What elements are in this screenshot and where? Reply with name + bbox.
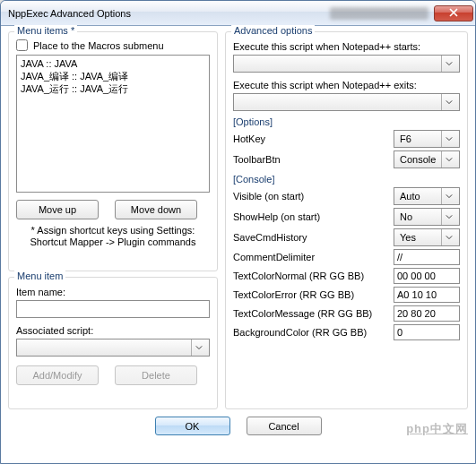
toolbar-combo[interactable]: Console [394, 150, 460, 168]
chevron-down-icon [441, 151, 455, 168]
list-item[interactable]: JAVA_编译 :: JAVA_编译 [21, 70, 205, 82]
shortcut-hint: * Assign shortcut keys using Settings: S… [16, 225, 210, 248]
titlebar-blur [330, 7, 428, 20]
chevron-down-icon [441, 131, 455, 147]
menu-item-group-title: Menu item [14, 271, 65, 281]
item-buttons-row: Add/Modify Delete [16, 365, 210, 385]
menu-item-group: Menu item Item name: Associated script: … [8, 277, 218, 409]
menu-items-group-title: Menu items * [14, 25, 77, 36]
backgroundcolor-input[interactable]: 0 [394, 324, 460, 340]
titlebar: NppExec Advanced Options [1, 1, 475, 26]
list-item[interactable]: JAVA_运行 :: JAVA_运行 [21, 82, 205, 95]
left-column: Menu items * Place to the Macros submenu… [8, 31, 218, 409]
starts-label: Execute this script when Notepad++ start… [233, 41, 460, 52]
hotkey-label: HotKey [233, 133, 394, 144]
advanced-options-group: Advanced options Execute this script whe… [225, 31, 468, 409]
visible-label: Visible (on start) [233, 191, 394, 202]
visible-combo[interactable]: Auto [394, 187, 460, 205]
item-name-input[interactable] [16, 300, 210, 318]
window-title: NppExec Advanced Options [8, 8, 330, 19]
options-section: [Options] [233, 116, 460, 127]
showhelp-combo[interactable]: No [394, 208, 460, 226]
list-item[interactable]: JAVA :: JAVA [21, 57, 205, 70]
chevron-down-icon [191, 339, 205, 356]
exits-label: Execute this script when Notepad++ exits… [233, 80, 460, 90]
chevron-down-icon [441, 209, 455, 225]
chevron-down-icon [441, 229, 455, 245]
associated-script-label: Associated script: [16, 325, 210, 336]
associated-script-combo[interactable] [16, 339, 210, 357]
showhelp-label: ShowHelp (on start) [233, 211, 394, 222]
footer: OK Cancel php中文网 [1, 411, 475, 441]
savecmd-label: SaveCmdHistory [233, 232, 394, 243]
delete-button[interactable]: Delete [115, 365, 197, 385]
toolbar-label: ToolbarBtn [233, 154, 394, 165]
textcolormessage-input[interactable]: 20 80 20 [394, 305, 460, 322]
commentdelim-input[interactable]: // [394, 249, 460, 265]
place-macros-label: Place to the Macros submenu [33, 40, 164, 51]
right-column: Advanced options Execute this script whe… [225, 31, 468, 409]
watermark: php中文网 [406, 421, 468, 437]
backgroundcolor-label: BackgroundColor (RR GG BB) [233, 327, 394, 338]
move-buttons-row: Move up Move down [16, 200, 210, 219]
menu-items-listbox[interactable]: JAVA :: JAVA JAVA_编译 :: JAVA_编译 JAVA_运行 … [16, 55, 210, 193]
move-up-button[interactable]: Move up [16, 200, 99, 219]
cancel-button[interactable]: Cancel [247, 417, 322, 435]
chevron-down-icon [441, 94, 455, 110]
advanced-options-group-title: Advanced options [231, 25, 315, 36]
menu-items-group: Menu items * Place to the Macros submenu… [8, 31, 218, 271]
exits-combo[interactable] [233, 93, 460, 111]
hotkey-combo[interactable]: F6 [394, 130, 460, 148]
dialog-window: NppExec Advanced Options Menu items * Pl… [0, 0, 476, 464]
textcolorerror-label: TextColorError (RR GG BB) [233, 289, 394, 300]
textcolormessage-label: TextColorMessage (RR GG BB) [233, 308, 394, 319]
place-macros-checkbox[interactable]: Place to the Macros submenu [16, 39, 210, 51]
place-macros-input[interactable] [16, 39, 28, 51]
content-area: Menu items * Place to the Macros submenu… [1, 26, 475, 411]
item-name-label: Item name: [16, 287, 210, 297]
chevron-down-icon [441, 188, 455, 204]
close-button[interactable] [434, 5, 473, 21]
add-modify-button[interactable]: Add/Modify [16, 365, 99, 385]
close-icon [449, 8, 458, 19]
move-down-button[interactable]: Move down [115, 200, 197, 219]
starts-combo[interactable] [233, 55, 460, 73]
textcolornormal-label: TextColorNormal (RR GG BB) [233, 271, 394, 281]
console-section: [Console] [233, 174, 460, 185]
textcolorerror-input[interactable]: A0 10 10 [394, 287, 460, 303]
commentdelim-label: CommentDelimiter [233, 252, 394, 262]
savecmd-combo[interactable]: Yes [394, 228, 460, 246]
chevron-down-icon [441, 56, 455, 72]
ok-button[interactable]: OK [155, 417, 230, 435]
textcolornormal-input[interactable]: 00 00 00 [394, 268, 460, 284]
